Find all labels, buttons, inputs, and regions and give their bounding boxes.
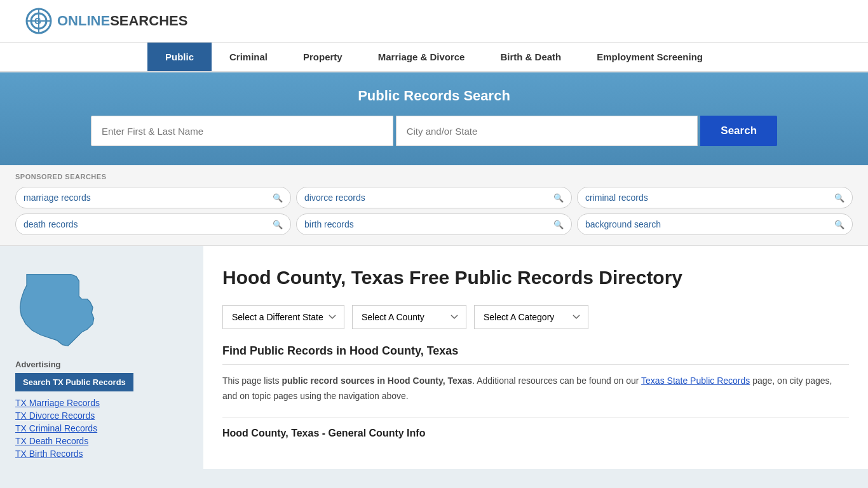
logo-icon: G — [25, 8, 52, 34]
texas-state-link[interactable]: Texas State Public Records — [641, 376, 750, 386]
category-dropdown[interactable]: Select A Category — [474, 305, 588, 329]
search-button[interactable]: Search — [700, 116, 777, 146]
nav-item-marriage-divorce[interactable]: Marriage & Divorce — [360, 43, 483, 71]
tag-divorce-label: divorce records — [304, 193, 365, 203]
nav-item-public[interactable]: Public — [147, 43, 212, 71]
search-tags-grid: marriage records 🔍 divorce records 🔍 cri… — [15, 187, 853, 235]
page-title-container: Hood County, Texas Free Public Records D… — [222, 259, 682, 290]
search-banner: Public Records Search Search — [0, 72, 868, 165]
tag-death-label: death records — [24, 219, 78, 229]
nav-item-criminal[interactable]: Criminal — [212, 43, 285, 71]
sidebar-link-marriage[interactable]: TX Marriage Records — [15, 398, 188, 408]
description-text: This page lists public record sources in… — [222, 374, 849, 404]
sidebar-links: TX Marriage Records TX Divorce Records T… — [15, 398, 188, 459]
find-heading: Find Public Records in Hood County, Texa… — [222, 344, 849, 365]
desc-part1: This page lists — [222, 376, 281, 386]
svg-text:G: G — [34, 16, 41, 26]
banner-title: Public Records Search — [25, 88, 843, 104]
search-icon-death: 🔍 — [273, 220, 283, 229]
logo[interactable]: G ONLINESEARCHES — [25, 8, 187, 34]
logo-text: ONLINESEARCHES — [57, 13, 187, 29]
tag-marriage-label: marriage records — [24, 193, 91, 203]
desc-bold: public record sources in Hood County, Te… — [281, 376, 472, 386]
sidebar-link-divorce[interactable]: TX Divorce Records — [15, 410, 188, 421]
logo-text-part1: ONLINE — [57, 13, 110, 29]
city-input[interactable] — [396, 116, 698, 146]
search-icon-criminal: 🔍 — [834, 193, 844, 203]
page-heading-area: Hood County, Texas Free Public Records D… — [222, 259, 849, 290]
dropdowns-row: Select a Different State Select A County… — [222, 305, 849, 329]
main-container: Advertising Search TX Public Records TX … — [0, 246, 868, 469]
search-icon-marriage: 🔍 — [273, 193, 283, 203]
state-dropdown[interactable]: Select a Different State — [222, 305, 344, 329]
page-title: Hood County, Texas Free Public Records D… — [222, 265, 682, 290]
desc-part2: . Additional resources can be found on o… — [472, 376, 641, 386]
search-bar: Search — [91, 116, 777, 146]
main-content: Hood County, Texas Free Public Records D… — [203, 246, 868, 469]
nav-item-property[interactable]: Property — [285, 43, 360, 71]
name-input[interactable] — [91, 116, 393, 146]
nav-item-employment[interactable]: Employment Screening — [579, 43, 721, 71]
tag-background-label: background search — [585, 219, 661, 229]
sponsored-section: SPONSORED SEARCHES marriage records 🔍 di… — [0, 165, 868, 246]
bottom-section-title: Hood County, Texas - General County Info — [222, 417, 849, 439]
sidebar: Advertising Search TX Public Records TX … — [0, 246, 203, 469]
logo-text-part2: SEARCHES — [110, 13, 187, 29]
tag-criminal-label: criminal records — [585, 193, 648, 203]
main-nav: Public Criminal Property Marriage & Divo… — [0, 43, 868, 72]
advertising-label: Advertising — [15, 360, 188, 369]
tag-background[interactable]: background search 🔍 — [577, 214, 853, 235]
texas-map-icon — [15, 269, 104, 351]
search-icon-birth: 🔍 — [553, 220, 564, 229]
page-header: G ONLINESEARCHES — [0, 0, 868, 43]
tag-death[interactable]: death records 🔍 — [15, 214, 291, 235]
sidebar-link-criminal[interactable]: TX Criminal Records — [15, 423, 188, 433]
tag-divorce[interactable]: divorce records 🔍 — [296, 187, 572, 208]
search-icon-background: 🔍 — [834, 220, 844, 229]
sidebar-link-death[interactable]: TX Death Records — [15, 436, 188, 446]
nav-item-birth-death[interactable]: Birth & Death — [482, 43, 579, 71]
sponsored-label: SPONSORED SEARCHES — [15, 173, 853, 180]
tag-criminal[interactable]: criminal records 🔍 — [577, 187, 853, 208]
tag-birth-label: birth records — [304, 219, 354, 229]
county-dropdown[interactable]: Select A County — [352, 305, 466, 329]
sidebar-link-birth[interactable]: TX Birth Records — [15, 449, 188, 459]
search-icon-divorce: 🔍 — [553, 193, 564, 203]
ad-button[interactable]: Search TX Public Records — [15, 373, 133, 391]
tag-birth[interactable]: birth records 🔍 — [296, 214, 572, 235]
tag-marriage[interactable]: marriage records 🔍 — [15, 187, 291, 208]
